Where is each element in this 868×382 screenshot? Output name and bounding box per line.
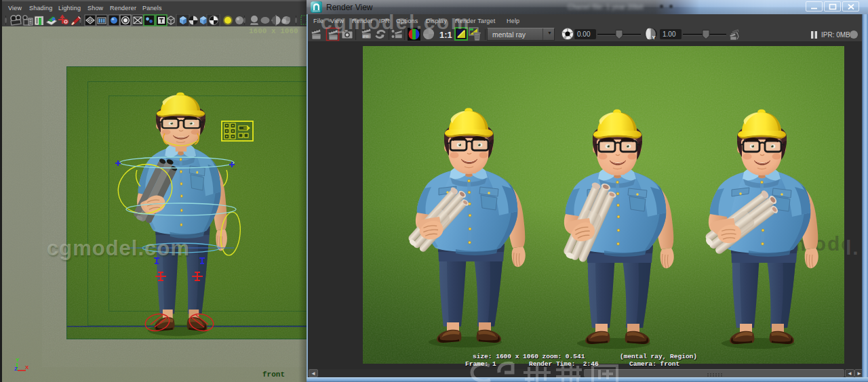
svg-text:IPR: IPR xyxy=(363,35,369,39)
svg-text:Y: Y xyxy=(16,357,20,363)
svg-text:X: X xyxy=(25,364,29,370)
svg-text:IPR: 0MB: IPR: 0MB xyxy=(821,31,850,39)
svg-text:Z: Z xyxy=(14,366,18,372)
svg-text:Y: Y xyxy=(652,35,656,41)
